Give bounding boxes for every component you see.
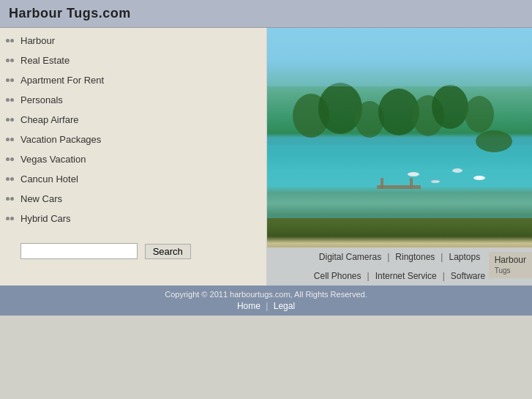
- svg-rect-13: [381, 178, 383, 189]
- footer-separator: |: [266, 301, 268, 311]
- nav-item-new-cars[interactable]: New Cars: [0, 189, 266, 209]
- nav-bullet-real-estate: [6, 56, 15, 65]
- link-internet-service[interactable]: Internet Service: [375, 271, 437, 281]
- footer-links: Home | Legal: [7, 301, 525, 311]
- nav-label-hybrid-cars: Hybrid Cars: [20, 213, 71, 224]
- nav-label-cancun-hotel: Cancun Hotel: [20, 174, 78, 184]
- nav-label-vacation-packages: Vacation Packages: [20, 134, 101, 145]
- copyright-text: Copyright © 2011 harbourtugs.com, All Ri…: [7, 290, 525, 299]
- nav-bullet-harbour: [6, 37, 15, 45]
- nav-label-new-cars: New Cars: [20, 193, 62, 204]
- nav-item-vegas-vacation[interactable]: Vegas Vacation: [0, 149, 266, 169]
- nav-item-apartment-for-rent[interactable]: Apartment For Rent: [0, 70, 266, 90]
- nav-item-vacation-packages[interactable]: Vacation Packages: [0, 130, 266, 149]
- svg-point-5: [432, 85, 468, 129]
- bottom-area: [0, 316, 532, 399]
- legal-link[interactable]: Legal: [274, 301, 295, 311]
- nav-bullet-new-cars: [6, 195, 15, 204]
- nav-bullet-vegas-vacation: [6, 155, 15, 164]
- nav-bullet-personals: [6, 96, 15, 105]
- nav-item-harbour[interactable]: Harbour: [0, 31, 266, 51]
- nav-label-real-estate: Real Estate: [20, 55, 70, 66]
- row1-sep-1: |: [387, 252, 389, 262]
- search-button[interactable]: Search: [145, 244, 191, 259]
- search-area: Search: [0, 228, 266, 266]
- link-ringtones[interactable]: Ringtones: [395, 252, 435, 262]
- svg-point-1: [318, 83, 362, 134]
- nav-item-cancun-hotel[interactable]: Cancun Hotel: [0, 169, 266, 189]
- svg-point-9: [431, 180, 440, 183]
- header: Harbour Tugs.com: [0, 0, 532, 28]
- nav-item-personals[interactable]: Personals: [0, 90, 266, 110]
- site-title: Harbour Tugs.com: [9, 6, 523, 21]
- nav-label-vegas-vacation: Vegas Vacation: [20, 154, 86, 165]
- image-panel: Harbour Tugs Digital Cameras|Ringtones|L…: [267, 28, 532, 286]
- svg-point-15: [476, 130, 512, 152]
- svg-point-6: [465, 96, 494, 133]
- link-digital-cameras[interactable]: Digital Cameras: [319, 252, 381, 262]
- nav-item-real-estate[interactable]: Real Estate: [0, 51, 266, 70]
- harbour-overlay-label: Harbour Tugs: [489, 252, 532, 278]
- svg-rect-7: [267, 145, 532, 218]
- svg-point-8: [408, 172, 419, 176]
- nav-label-harbour: Harbour: [20, 35, 55, 46]
- nav-label-personals: Personals: [20, 94, 63, 105]
- svg-point-11: [473, 176, 485, 180]
- svg-rect-14: [410, 178, 413, 189]
- nav-list: Harbour Real Estate Apartment For Rent P…: [0, 31, 266, 228]
- svg-point-10: [452, 168, 462, 173]
- search-input[interactable]: [20, 243, 138, 259]
- svg-rect-16: [267, 28, 532, 86]
- nav-bullet-cancun-hotel: [6, 175, 15, 184]
- nav-bullet-apartment-for-rent: [6, 76, 15, 85]
- sidebar: Harbour Real Estate Apartment For Rent P…: [0, 28, 267, 286]
- footer: Copyright © 2011 harbourtugs.com, All Ri…: [0, 286, 532, 316]
- nav-bullet-hybrid-cars: [6, 215, 15, 223]
- main-layout: Harbour Real Estate Apartment For Rent P…: [0, 28, 532, 286]
- nav-label-apartment-for-rent: Apartment For Rent: [20, 75, 104, 86]
- link-laptops[interactable]: Laptops: [449, 252, 480, 262]
- link-cell-phones[interactable]: Cell Phones: [314, 271, 361, 281]
- row2-sep-1: |: [367, 271, 370, 281]
- nav-item-hybrid-cars[interactable]: Hybrid Cars: [0, 209, 266, 228]
- harbor-image: [267, 28, 532, 247]
- nav-item-cheap-airfare[interactable]: Cheap Airfare: [0, 110, 266, 130]
- row1-sep-2: |: [441, 252, 443, 262]
- home-link[interactable]: Home: [237, 301, 261, 311]
- nav-bullet-vacation-packages: [6, 135, 15, 144]
- nav-label-cheap-airfare: Cheap Airfare: [20, 114, 79, 125]
- row2-sep-2: |: [443, 271, 445, 281]
- nav-bullet-cheap-airfare: [6, 116, 15, 124]
- link-software[interactable]: Software: [451, 271, 485, 281]
